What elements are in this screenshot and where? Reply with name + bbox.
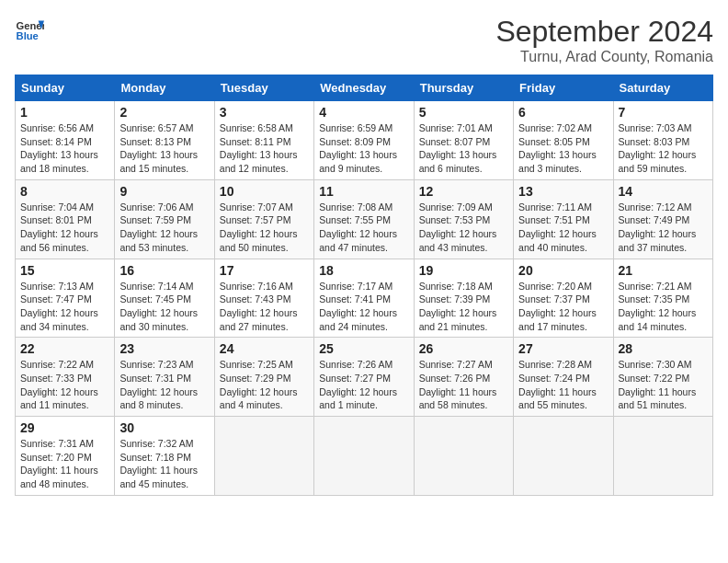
title-block: September 2024 Turnu, Arad County, Roman… [495, 15, 713, 65]
day-number: 17 [220, 263, 309, 278]
day-detail: Sunrise: 7:04 AMSunset: 8:01 PMDaylight:… [20, 201, 109, 255]
day-number: 9 [119, 184, 209, 199]
day-detail: Sunrise: 7:03 AMSunset: 8:03 PMDaylight:… [619, 121, 708, 176]
day-number: 4 [319, 105, 408, 120]
day-number: 11 [319, 184, 408, 199]
day-number: 1 [20, 105, 109, 120]
day-number: 22 [20, 341, 109, 356]
day-detail: Sunrise: 7:06 AMSunset: 7:59 PMDaylight:… [119, 201, 209, 255]
calendar-header-row: SundayMondayTuesdayWednesdayThursdayFrid… [16, 75, 713, 101]
calendar-week-row: 15Sunrise: 7:13 AMSunset: 7:47 PMDayligh… [16, 259, 713, 338]
day-detail: Sunrise: 7:14 AMSunset: 7:45 PMDaylight:… [119, 280, 209, 334]
day-number: 5 [419, 105, 508, 120]
calendar-cell: 26Sunrise: 7:27 AMSunset: 7:26 PMDayligh… [414, 338, 513, 417]
header: General Blue September 2024 Turnu, Arad … [15, 15, 713, 65]
calendar-cell: 16Sunrise: 7:14 AMSunset: 7:45 PMDayligh… [115, 259, 214, 338]
day-detail: Sunrise: 7:27 AMSunset: 7:26 PMDaylight:… [419, 358, 508, 412]
day-detail: Sunrise: 7:11 AMSunset: 7:51 PMDaylight:… [518, 201, 608, 255]
day-detail: Sunrise: 7:12 AMSunset: 7:49 PMDaylight:… [619, 201, 708, 255]
calendar-cell: 25Sunrise: 7:26 AMSunset: 7:27 PMDayligh… [314, 338, 414, 417]
calendar-cell [214, 417, 313, 496]
day-number: 27 [518, 341, 608, 356]
header-day-tuesday: Tuesday [214, 75, 313, 101]
day-detail: Sunrise: 7:26 AMSunset: 7:27 PMDaylight:… [319, 358, 408, 412]
calendar-cell: 20Sunrise: 7:20 AMSunset: 7:37 PMDayligh… [514, 259, 613, 338]
day-number: 6 [518, 105, 608, 120]
calendar-cell: 9Sunrise: 7:06 AMSunset: 7:59 PMDaylight… [115, 179, 214, 259]
calendar-week-row: 8Sunrise: 7:04 AMSunset: 8:01 PMDaylight… [16, 179, 713, 259]
day-number: 26 [419, 341, 508, 356]
day-detail: Sunrise: 7:16 AMSunset: 7:43 PMDaylight:… [220, 280, 309, 334]
day-number: 3 [220, 105, 309, 120]
calendar-cell: 15Sunrise: 7:13 AMSunset: 7:47 PMDayligh… [16, 259, 115, 338]
header-day-thursday: Thursday [414, 75, 513, 101]
day-number: 30 [119, 420, 209, 435]
day-detail: Sunrise: 7:02 AMSunset: 8:05 PMDaylight:… [518, 121, 608, 176]
logo-icon: General Blue [15, 15, 44, 44]
calendar-cell: 4Sunrise: 6:59 AMSunset: 8:09 PMDaylight… [314, 101, 414, 180]
day-number: 21 [619, 263, 708, 278]
calendar-cell: 30Sunrise: 7:32 AMSunset: 7:18 PMDayligh… [115, 417, 214, 496]
svg-text:Blue: Blue [17, 30, 39, 41]
day-number: 18 [319, 263, 408, 278]
calendar-cell: 24Sunrise: 7:25 AMSunset: 7:29 PMDayligh… [214, 338, 313, 417]
day-detail: Sunrise: 7:08 AMSunset: 7:55 PMDaylight:… [319, 201, 408, 255]
calendar-cell: 14Sunrise: 7:12 AMSunset: 7:49 PMDayligh… [613, 179, 712, 259]
calendar-cell [613, 417, 712, 496]
day-number: 23 [119, 341, 209, 356]
calendar-cell: 11Sunrise: 7:08 AMSunset: 7:55 PMDayligh… [314, 179, 414, 259]
day-number: 14 [619, 184, 708, 199]
day-detail: Sunrise: 7:25 AMSunset: 7:29 PMDaylight:… [220, 358, 309, 412]
day-number: 12 [419, 184, 508, 199]
calendar-cell: 7Sunrise: 7:03 AMSunset: 8:03 PMDaylight… [613, 101, 712, 180]
calendar-cell: 10Sunrise: 7:07 AMSunset: 7:57 PMDayligh… [214, 179, 313, 259]
header-day-friday: Friday [514, 75, 613, 101]
day-detail: Sunrise: 6:59 AMSunset: 8:09 PMDaylight:… [319, 121, 408, 176]
calendar-week-row: 1Sunrise: 6:56 AMSunset: 8:14 PMDaylight… [16, 101, 713, 180]
calendar-cell [514, 417, 613, 496]
day-detail: Sunrise: 7:31 AMSunset: 7:20 PMDaylight:… [20, 437, 109, 491]
day-detail: Sunrise: 7:32 AMSunset: 7:18 PMDaylight:… [119, 437, 209, 491]
month-title: September 2024 [495, 15, 713, 49]
calendar-cell: 29Sunrise: 7:31 AMSunset: 7:20 PMDayligh… [16, 417, 115, 496]
day-number: 19 [419, 263, 508, 278]
day-detail: Sunrise: 7:13 AMSunset: 7:47 PMDaylight:… [20, 280, 109, 334]
day-detail: Sunrise: 7:20 AMSunset: 7:37 PMDaylight:… [518, 280, 608, 334]
calendar-cell: 27Sunrise: 7:28 AMSunset: 7:24 PMDayligh… [514, 338, 613, 417]
calendar-cell: 17Sunrise: 7:16 AMSunset: 7:43 PMDayligh… [214, 259, 313, 338]
day-number: 24 [220, 341, 309, 356]
day-detail: Sunrise: 7:17 AMSunset: 7:41 PMDaylight:… [319, 280, 408, 334]
day-number: 25 [319, 341, 408, 356]
calendar-cell: 19Sunrise: 7:18 AMSunset: 7:39 PMDayligh… [414, 259, 513, 338]
day-number: 2 [119, 105, 209, 120]
calendar-cell: 22Sunrise: 7:22 AMSunset: 7:33 PMDayligh… [16, 338, 115, 417]
day-detail: Sunrise: 7:01 AMSunset: 8:07 PMDaylight:… [419, 121, 508, 176]
calendar-cell: 3Sunrise: 6:58 AMSunset: 8:11 PMDaylight… [214, 101, 313, 180]
day-number: 8 [20, 184, 109, 199]
day-detail: Sunrise: 7:21 AMSunset: 7:35 PMDaylight:… [619, 280, 708, 334]
calendar-cell [314, 417, 414, 496]
day-detail: Sunrise: 7:18 AMSunset: 7:39 PMDaylight:… [419, 280, 508, 334]
day-number: 28 [619, 341, 708, 356]
day-number: 13 [518, 184, 608, 199]
day-detail: Sunrise: 7:23 AMSunset: 7:31 PMDaylight:… [119, 358, 209, 412]
calendar-cell: 18Sunrise: 7:17 AMSunset: 7:41 PMDayligh… [314, 259, 414, 338]
day-detail: Sunrise: 7:22 AMSunset: 7:33 PMDaylight:… [20, 358, 109, 412]
day-number: 15 [20, 263, 109, 278]
header-day-wednesday: Wednesday [314, 75, 414, 101]
day-detail: Sunrise: 7:07 AMSunset: 7:57 PMDaylight:… [220, 201, 309, 255]
calendar-cell: 1Sunrise: 6:56 AMSunset: 8:14 PMDaylight… [16, 101, 115, 180]
calendar-table: SundayMondayTuesdayWednesdayThursdayFrid… [15, 75, 713, 496]
day-detail: Sunrise: 7:09 AMSunset: 7:53 PMDaylight:… [419, 201, 508, 255]
calendar-cell: 13Sunrise: 7:11 AMSunset: 7:51 PMDayligh… [514, 179, 613, 259]
header-day-saturday: Saturday [613, 75, 712, 101]
calendar-cell: 5Sunrise: 7:01 AMSunset: 8:07 PMDaylight… [414, 101, 513, 180]
calendar-cell: 8Sunrise: 7:04 AMSunset: 8:01 PMDaylight… [16, 179, 115, 259]
header-day-sunday: Sunday [16, 75, 115, 101]
calendar-cell: 23Sunrise: 7:23 AMSunset: 7:31 PMDayligh… [115, 338, 214, 417]
calendar-cell: 28Sunrise: 7:30 AMSunset: 7:22 PMDayligh… [613, 338, 712, 417]
calendar-cell: 21Sunrise: 7:21 AMSunset: 7:35 PMDayligh… [613, 259, 712, 338]
day-number: 29 [20, 420, 109, 435]
day-number: 16 [119, 263, 209, 278]
logo: General Blue [15, 15, 44, 44]
